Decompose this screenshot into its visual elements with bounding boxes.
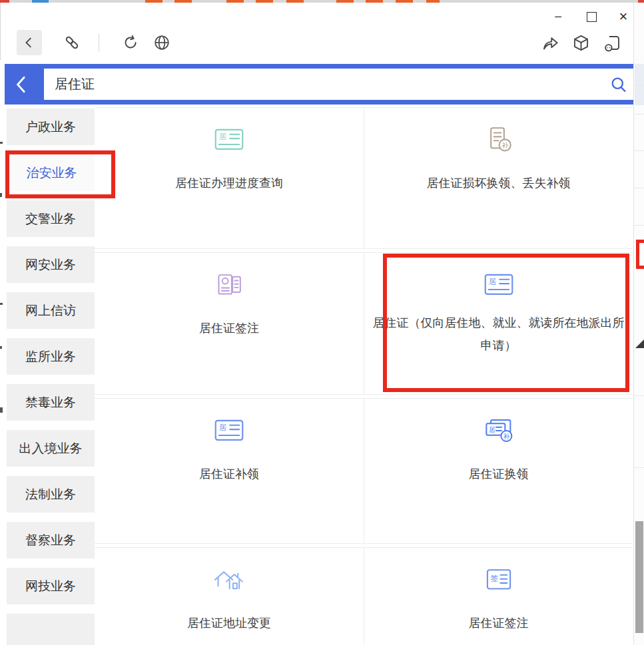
id-card-photo-icon xyxy=(214,270,244,300)
search-input[interactable] xyxy=(44,69,603,100)
page-edge-artifact xyxy=(0,142,3,144)
service-card-label: 居住证换领 xyxy=(461,463,537,485)
service-card[interactable]: 居住证地址变更 xyxy=(95,548,364,645)
services-grid-row: 居住证签注 居 居住证（仅向居住地、就业、就读所在地派出所申请） xyxy=(95,252,633,395)
service-card[interactable]: 居 居住证补领 xyxy=(95,399,364,543)
sidebar-item-partial[interactable] xyxy=(7,614,95,645)
search-bar xyxy=(5,64,633,105)
mini-program-icon xyxy=(603,34,621,52)
toolbar-divider xyxy=(99,34,99,52)
share-arrow-icon xyxy=(541,34,559,52)
sidebar-item-fazhi[interactable]: 法制业务 xyxy=(7,476,95,513)
svg-text:补: 补 xyxy=(501,141,508,149)
cube-icon xyxy=(572,34,590,52)
cursor-artifact xyxy=(635,339,644,348)
page-behind-right-strip xyxy=(633,3,644,645)
sidebar-item-wangshangxinfang[interactable]: 网上信访 xyxy=(7,292,95,329)
maximize-button[interactable] xyxy=(581,8,601,25)
globe-button[interactable] xyxy=(149,30,174,55)
service-card[interactable]: 补 居住证损坏换领、丢失补领 xyxy=(364,108,633,248)
svg-text:居: 居 xyxy=(219,132,227,141)
sidebar-item-zhian[interactable]: 治安业务 xyxy=(7,154,95,191)
services-grid-row: 居 居住证补领 居 补 居住证换领 xyxy=(95,398,633,544)
services-grid-row: 居 居住证办理进度查询 补 居住证损坏换领、丢失补领 xyxy=(95,107,633,249)
sidebar-item-jiansuo[interactable]: 监所业务 xyxy=(7,338,95,375)
sidebar-item-huzheng[interactable]: 户政业务 xyxy=(7,108,95,145)
page-behind-annotation-fragment xyxy=(636,240,644,269)
sign-card-icon: 签 xyxy=(484,565,513,594)
svg-text:居: 居 xyxy=(219,423,227,432)
svg-text:补: 补 xyxy=(503,433,510,440)
mini-program-button[interactable] xyxy=(599,30,625,55)
service-card-label: 居住证签注 xyxy=(191,317,267,339)
svg-text:居: 居 xyxy=(488,277,496,286)
search-submit-button[interactable] xyxy=(603,69,634,100)
maximize-icon xyxy=(587,12,597,22)
card-replace-icon: 居 补 xyxy=(483,416,515,445)
service-card[interactable]: 签 居住证签注 xyxy=(364,548,633,645)
back-button[interactable] xyxy=(17,30,42,55)
service-card-label: 居住证签注 xyxy=(461,612,537,634)
service-card-label: 居住证（仅向居住地、就业、就读所在地派出所申请） xyxy=(364,312,633,357)
sidebar-item-jiaojing[interactable]: 交警业务 xyxy=(7,200,95,237)
share-button[interactable] xyxy=(537,30,563,55)
link-icon xyxy=(63,34,81,51)
page-edge-artifact xyxy=(0,346,2,349)
close-button[interactable]: × xyxy=(613,8,633,25)
search-back-button[interactable] xyxy=(5,64,39,105)
residence-card-icon: 居 xyxy=(483,270,514,300)
sidebar-item-wangan[interactable]: 网安业务 xyxy=(7,246,95,283)
page-edge-artifact xyxy=(0,407,3,413)
service-card-label: 居住证地址变更 xyxy=(179,612,279,634)
title-bar: − × xyxy=(0,3,644,27)
service-card-label: 居住证损坏换领、丢失补领 xyxy=(419,172,579,194)
service-card-label: 居住证补领 xyxy=(191,463,267,485)
back-chevron-icon xyxy=(22,35,37,50)
page-edge-artifact xyxy=(0,193,2,197)
page-behind-artifact xyxy=(635,64,644,105)
page-edge-artifact xyxy=(0,303,3,305)
globe-icon xyxy=(153,34,170,51)
scrollbar-thumb[interactable] xyxy=(635,521,643,633)
back-chevron-icon xyxy=(13,75,31,95)
cube-button[interactable] xyxy=(568,30,593,55)
services-grid-row: 居住证地址变更 签 居住证签注 xyxy=(95,547,633,645)
residence-card-icon: 居 xyxy=(214,416,244,445)
magnifier-icon xyxy=(609,75,628,94)
minimize-button[interactable]: − xyxy=(548,8,568,25)
service-card-label: 居住证办理进度查询 xyxy=(167,172,291,194)
refresh-button[interactable] xyxy=(118,30,143,55)
service-card[interactable]: 居 补 居住证换领 xyxy=(364,399,633,543)
svg-text:居: 居 xyxy=(488,426,495,433)
sidebar-item-churujing[interactable]: 出入境业务 xyxy=(7,430,95,467)
residence-card-icon: 居 xyxy=(214,125,244,154)
service-card[interactable]: 居住证签注 xyxy=(95,253,364,394)
search-input-wrapper xyxy=(44,69,634,100)
document-repair-icon: 补 xyxy=(485,125,513,154)
link-button[interactable] xyxy=(59,30,85,55)
sidebar-item-wangji[interactable]: 网技业务 xyxy=(7,568,95,604)
houses-icon xyxy=(212,565,246,594)
sidebar-item-jindu[interactable]: 禁毒业务 xyxy=(7,384,95,421)
svg-text:签: 签 xyxy=(490,574,498,583)
service-card[interactable]: 居 居住证办理进度查询 xyxy=(95,108,364,248)
service-card-highlighted[interactable]: 居 居住证（仅向居住地、就业、就读所在地派出所申请） xyxy=(364,253,633,394)
browser-toolbar xyxy=(0,27,644,60)
sidebar-item-ducha[interactable]: 督察业务 xyxy=(7,522,95,558)
refresh-icon xyxy=(122,34,139,51)
